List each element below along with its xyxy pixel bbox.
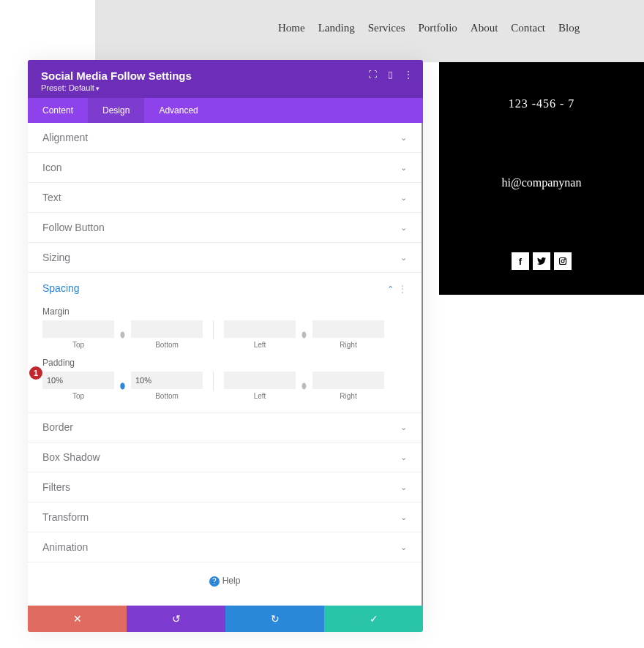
panel-header: Social Media Follow Settings Preset: Def… — [28, 60, 423, 98]
accordion-spacing[interactable]: Spacing ⌃⋮ — [28, 273, 422, 304]
chevron-down-icon: ⌄ — [400, 193, 407, 203]
help-link[interactable]: ?Help — [28, 562, 422, 606]
menu-icon[interactable]: ⋮ — [404, 69, 413, 80]
spacing-content: Margin Top ⬮ Bottom Left ⬮ Right Paddi — [28, 306, 422, 412]
accordion-border[interactable]: Border⌄ — [28, 412, 422, 442]
footer-phone: 123 -456 - 7 — [439, 97, 644, 110]
nav-blog[interactable]: Blog — [558, 22, 580, 34]
chevron-down-icon: ⌄ — [400, 483, 407, 492]
social-icons: f — [439, 252, 644, 270]
accordion-filters[interactable]: Filters⌄ — [28, 472, 422, 502]
chevron-up-icon: ⌃ — [387, 285, 394, 293]
chevron-down-icon: ⌄ — [400, 543, 407, 552]
accordion-icon[interactable]: Icon⌄ — [28, 153, 422, 182]
expand-icon[interactable]: ⛶ — [368, 69, 377, 80]
margin-top-input[interactable] — [42, 320, 114, 338]
facebook-icon[interactable]: f — [512, 252, 529, 270]
chevron-down-icon: ⌄ — [400, 253, 407, 263]
page-footer: 123 -456 - 7 hi@companynan f — [439, 62, 644, 295]
margin-label: Margin — [42, 306, 407, 317]
link-icon[interactable]: ⬮ — [300, 330, 308, 339]
accordion-box-shadow[interactable]: Box Shadow⌄ — [28, 442, 422, 472]
panel-title: Social Media Follow Settings — [41, 69, 410, 82]
preset-dropdown[interactable]: Preset: Default — [41, 83, 410, 92]
accordion-follow-button[interactable]: Follow Button⌄ — [28, 213, 422, 242]
padding-top-input[interactable] — [42, 372, 114, 389]
options-icon[interactable]: ⋮ — [398, 284, 407, 294]
footer-email: hi@companynan — [439, 176, 644, 189]
settings-panel: Social Media Follow Settings Preset: Def… — [28, 60, 423, 632]
link-icon[interactable]: ⬮ — [119, 330, 127, 339]
svg-point-1 — [561, 260, 564, 263]
link-icon[interactable]: ⬮ — [119, 381, 127, 391]
redo-button[interactable]: ↻ — [225, 606, 324, 632]
chevron-down-icon: ⌄ — [400, 223, 407, 233]
accordion-alignment[interactable]: Alignment⌄ — [28, 123, 422, 152]
panel-tabs: Content Design Advanced — [28, 98, 423, 123]
accordion-sizing[interactable]: Sizing⌄ — [28, 243, 422, 272]
link-icon[interactable]: ⬮ — [300, 381, 308, 391]
tab-content[interactable]: Content — [28, 98, 88, 123]
accordion-animation[interactable]: Animation⌄ — [28, 532, 422, 562]
divider — [213, 320, 214, 339]
cancel-button[interactable]: ✕ — [28, 606, 127, 632]
padding-right-input[interactable] — [312, 372, 384, 389]
main-nav: Home Landing Services Portfolio About Co… — [278, 22, 580, 34]
nav-contact[interactable]: Contact — [511, 22, 545, 34]
padding-label: Padding — [42, 358, 407, 368]
chevron-down-icon: ⌄ — [400, 163, 407, 173]
action-bar: ✕ ↺ ↻ ✓ — [28, 606, 423, 632]
divider — [213, 372, 214, 391]
chevron-down-icon: ⌄ — [400, 423, 407, 432]
device-icon[interactable]: ▯ — [388, 69, 393, 80]
nav-home[interactable]: Home — [278, 22, 305, 34]
nav-portfolio[interactable]: Portfolio — [419, 22, 457, 34]
margin-bottom-input[interactable] — [131, 320, 203, 338]
tab-advanced[interactable]: Advanced — [144, 98, 212, 123]
undo-button[interactable]: ↺ — [127, 606, 225, 632]
help-icon: ? — [209, 576, 220, 587]
chevron-down-icon: ⌄ — [400, 453, 407, 462]
nav-about[interactable]: About — [471, 22, 498, 34]
chevron-down-icon: ⌄ — [400, 513, 407, 522]
margin-left-input[interactable] — [224, 320, 296, 338]
panel-body[interactable]: Alignment⌄ Icon⌄ Text⌄ Follow Button⌄ Si… — [28, 123, 423, 606]
margin-right-input[interactable] — [312, 320, 384, 338]
annotation-badge: 1 — [29, 366, 42, 380]
padding-left-input[interactable] — [224, 372, 296, 389]
tab-design[interactable]: Design — [88, 98, 144, 123]
svg-point-2 — [564, 259, 565, 260]
nav-services[interactable]: Services — [368, 22, 405, 34]
nav-landing[interactable]: Landing — [318, 22, 355, 34]
padding-bottom-input[interactable] — [131, 372, 203, 389]
twitter-icon[interactable] — [533, 252, 550, 270]
instagram-icon[interactable] — [554, 252, 572, 270]
save-button[interactable]: ✓ — [324, 606, 423, 632]
chevron-down-icon: ⌄ — [400, 133, 407, 143]
accordion-transform[interactable]: Transform⌄ — [28, 502, 422, 532]
accordion-text[interactable]: Text⌄ — [28, 183, 422, 212]
